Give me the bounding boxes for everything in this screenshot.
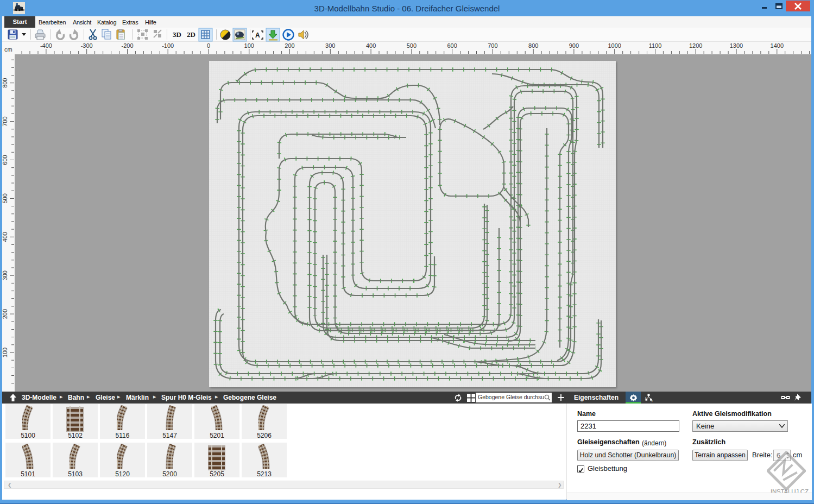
svg-text:2D: 2D xyxy=(187,30,195,39)
svg-text:1200: 1200 xyxy=(689,42,702,49)
svg-text:-400: -400 xyxy=(40,42,52,49)
svg-text:700: 700 xyxy=(488,42,497,49)
svg-text:1000: 1000 xyxy=(608,42,621,49)
svg-text:0: 0 xyxy=(207,42,210,49)
svg-text:600: 600 xyxy=(2,155,8,165)
svg-text:400: 400 xyxy=(366,42,376,49)
svg-text:900: 900 xyxy=(569,42,579,49)
svg-text:500: 500 xyxy=(407,42,417,49)
svg-text:800: 800 xyxy=(2,78,8,88)
svg-text:200: 200 xyxy=(2,309,8,319)
svg-text:1100: 1100 xyxy=(649,42,662,49)
svg-text:600: 600 xyxy=(447,42,457,49)
svg-text:y: y xyxy=(652,400,653,402)
svg-text:1300: 1300 xyxy=(730,42,743,49)
svg-text:-100: -100 xyxy=(162,42,174,49)
svg-text:100: 100 xyxy=(244,42,254,49)
svg-text:3D: 3D xyxy=(173,30,181,39)
svg-text:-200: -200 xyxy=(121,42,133,49)
svg-text:500: 500 xyxy=(2,193,8,203)
svg-text:1400: 1400 xyxy=(771,42,784,49)
svg-text:100: 100 xyxy=(2,348,8,357)
svg-text:800: 800 xyxy=(528,42,538,49)
svg-text:300: 300 xyxy=(2,270,8,280)
svg-text:200: 200 xyxy=(285,42,294,49)
svg-text:A: A xyxy=(255,32,260,39)
svg-text:700: 700 xyxy=(2,116,8,126)
svg-text:-300: -300 xyxy=(81,42,93,49)
svg-text:400: 400 xyxy=(2,232,8,242)
svg-text:300: 300 xyxy=(325,42,335,49)
